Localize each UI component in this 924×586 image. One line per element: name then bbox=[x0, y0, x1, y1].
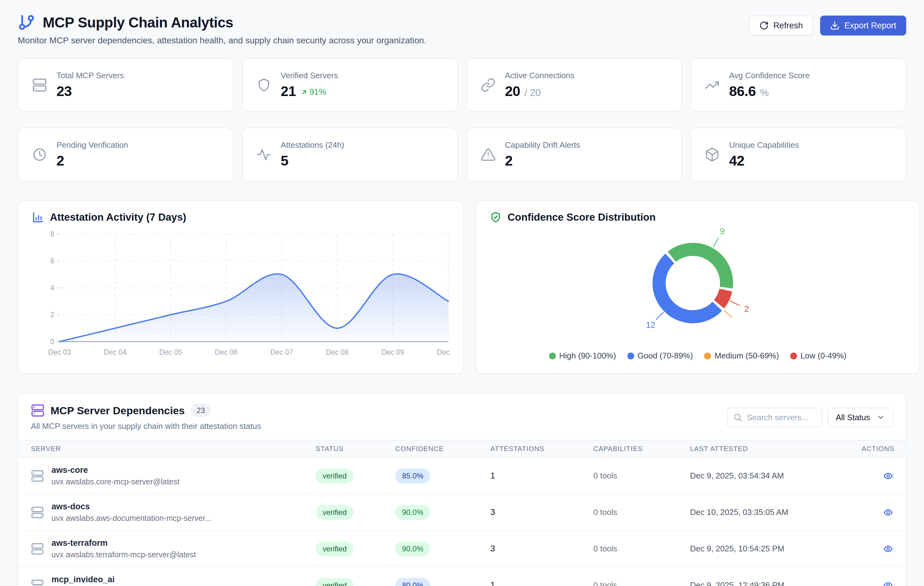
column-header-status: STATUS bbox=[316, 445, 395, 453]
stat-value: 86.6 bbox=[729, 83, 756, 99]
view-details-button[interactable] bbox=[883, 471, 893, 481]
dashboard-page: MCP Supply Chain Analytics Monitor MCP s… bbox=[0, 0, 924, 586]
legend-label: Medium (50-69%) bbox=[714, 351, 779, 360]
attestations-count: 3 bbox=[490, 544, 593, 553]
page-title: MCP Supply Chain Analytics bbox=[43, 14, 233, 31]
confidence-badge: 80.0% bbox=[395, 578, 430, 586]
confidence-cell: 85.0% bbox=[395, 469, 490, 484]
search-box[interactable] bbox=[727, 408, 822, 427]
stat-label: Attestations (24h) bbox=[281, 140, 345, 150]
stat-value: 23 bbox=[56, 83, 72, 99]
stat-card-body: Total MCP Servers 23 bbox=[56, 71, 124, 99]
server-cell: aws-core uvx awslabs.core-mcp-server@lat… bbox=[31, 465, 316, 486]
server-icon bbox=[31, 469, 44, 482]
view-details-button[interactable] bbox=[883, 507, 893, 517]
package-icon bbox=[705, 147, 720, 162]
shield-check-icon bbox=[490, 211, 502, 223]
column-header-last-attested: LAST ATTESTED bbox=[690, 445, 861, 453]
download-icon bbox=[830, 21, 840, 30]
status-badge: verified bbox=[316, 469, 353, 484]
stat-card-body: Pending Verification 2 bbox=[56, 140, 128, 169]
server-info: aws-docs uvx awslabs.aws-documentation-m… bbox=[51, 502, 211, 523]
stat-value-row: 21 91% bbox=[281, 83, 338, 99]
stat-value-row: 5 bbox=[281, 153, 345, 169]
attestation-activity-panel: Attestation Activity (7 Days) 02468Dec 0… bbox=[18, 200, 464, 374]
table-row: aws-docs uvx awslabs.aws-documentation-m… bbox=[18, 494, 906, 531]
view-details-button[interactable] bbox=[883, 544, 893, 554]
stat-value-row: 42 bbox=[729, 153, 799, 169]
server-command: uvx awslabs.terraform-mcp-server@latest bbox=[51, 550, 196, 559]
table-row: aws-terraform uvx awslabs.terraform-mcp-… bbox=[18, 531, 906, 567]
search-input[interactable] bbox=[747, 413, 816, 422]
download-icon bbox=[830, 21, 840, 30]
view-details-button[interactable] bbox=[883, 580, 893, 586]
status-badge: verified bbox=[316, 578, 353, 586]
stat-card-unique-capabilities: Unique Capabilities 42 bbox=[690, 127, 906, 181]
legend-dot-icon bbox=[627, 352, 634, 359]
activity-panel-header: Attestation Activity (7 Days) bbox=[32, 211, 449, 223]
stat-card-body: Verified Servers 21 91% bbox=[281, 71, 338, 99]
activity-panel-title: Attestation Activity (7 Days) bbox=[50, 211, 186, 223]
server-command: uvx awslabs.aws-documentation-mcp-server… bbox=[51, 514, 211, 523]
page-header: MCP Supply Chain Analytics Monitor MCP s… bbox=[18, 14, 906, 46]
stat-card-total-mcp-servers: Total MCP Servers 23 bbox=[18, 58, 234, 112]
eye-icon bbox=[883, 580, 893, 586]
svg-text:Dec 04: Dec 04 bbox=[104, 348, 127, 355]
section-title-row: MCP Server Dependencies 23 bbox=[31, 404, 261, 417]
stat-card-active-connections: Active Connections 20 / 20 bbox=[466, 58, 682, 112]
stat-value: 20 bbox=[505, 83, 520, 99]
page-title-row: MCP Supply Chain Analytics bbox=[18, 14, 426, 31]
section-title: MCP Server Dependencies bbox=[51, 405, 185, 417]
refresh-button-label: Refresh bbox=[773, 21, 803, 31]
table-row: aws-core uvx awslabs.core-mcp-server@lat… bbox=[18, 458, 906, 494]
status-cell: verified bbox=[316, 542, 395, 556]
stat-label: Total MCP Servers bbox=[56, 71, 124, 81]
confidence-cell: 90.0% bbox=[395, 505, 490, 520]
svg-text:Dec 10: Dec 10 bbox=[437, 348, 449, 355]
table-body: aws-core uvx awslabs.core-mcp-server@lat… bbox=[18, 458, 906, 586]
stat-value: 2 bbox=[505, 153, 513, 169]
confidence-badge: 85.0% bbox=[395, 469, 430, 484]
git-branch-icon bbox=[18, 14, 35, 31]
stat-value-row: 2 bbox=[56, 153, 128, 169]
page-header-left: MCP Supply Chain Analytics Monitor MCP s… bbox=[18, 14, 426, 46]
column-header-capabilities: CAPABILITIES bbox=[593, 445, 690, 453]
donut-legend: High (90-100%)Good (70-89%)Medium (50-69… bbox=[490, 351, 906, 360]
confidence-distribution-panel: Confidence Score Distribution 9122 High … bbox=[475, 200, 920, 374]
page-subtitle: Monitor MCP server dependencies, attesta… bbox=[18, 36, 426, 46]
server-name: aws-terraform bbox=[51, 538, 196, 548]
column-header-server: SERVER bbox=[31, 445, 316, 453]
status-badge: verified bbox=[316, 542, 353, 556]
shield-icon bbox=[256, 77, 271, 92]
column-header-attestations: ATTESTATIONS bbox=[490, 445, 593, 453]
status-cell: verified bbox=[316, 469, 395, 484]
export-report-button[interactable]: Export Report bbox=[820, 16, 906, 36]
refresh-icon bbox=[759, 21, 769, 30]
stat-card-attestations-24h-: Attestations (24h) 5 bbox=[242, 127, 458, 181]
attestations-count: 3 bbox=[490, 507, 593, 517]
stat-trend: 91% bbox=[300, 87, 326, 97]
stat-card-verified-servers: Verified Servers 21 91% bbox=[242, 58, 458, 112]
server-command: uvx awslabs.core-mcp-server@latest bbox=[51, 477, 179, 486]
stat-card-body: Capability Drift Alerts 2 bbox=[505, 140, 580, 169]
server-dependencies-card: MCP Server Dependencies 23 All MCP serve… bbox=[18, 393, 906, 586]
refresh-button[interactable]: Refresh bbox=[749, 16, 813, 36]
server-info: aws-terraform uvx awslabs.terraform-mcp-… bbox=[51, 538, 196, 559]
server-cell: mcp_invideo_ai npx mcp-remote https://mc… bbox=[31, 575, 316, 586]
stat-value-row: 86.6 % bbox=[729, 83, 810, 99]
stat-suffix: % bbox=[760, 87, 769, 99]
distribution-panel-title: Confidence Score Distribution bbox=[508, 211, 656, 223]
server-info: aws-core uvx awslabs.core-mcp-server@lat… bbox=[51, 465, 179, 486]
legend-label: Good (70-89%) bbox=[638, 351, 693, 360]
eye-icon bbox=[883, 507, 893, 517]
svg-text:12: 12 bbox=[646, 321, 655, 330]
status-filter-dropdown[interactable]: All Status bbox=[828, 408, 893, 427]
bar-chart-icon bbox=[32, 211, 44, 223]
confidence-cell: 80.0% bbox=[395, 578, 490, 586]
link-icon bbox=[481, 77, 496, 92]
attestations-count: 1 bbox=[490, 580, 593, 586]
stat-card-body: Attestations (24h) 5 bbox=[281, 140, 345, 169]
stat-card-avg-confidence-score: Avg Confidence Score 86.6 % bbox=[690, 58, 906, 112]
legend-item: Good (70-89%) bbox=[627, 351, 693, 360]
legend-dot-icon bbox=[704, 352, 711, 359]
